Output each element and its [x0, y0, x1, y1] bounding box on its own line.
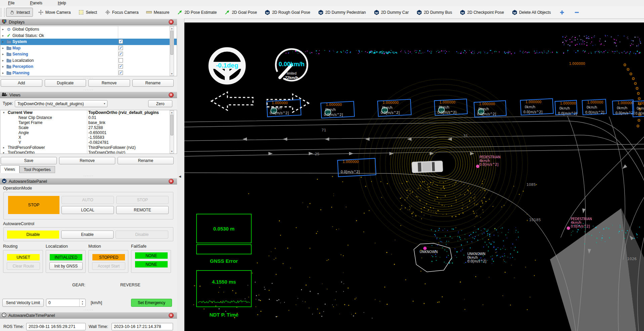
tool-move-camera[interactable]: Move Camera	[35, 8, 73, 16]
displays-rename-button[interactable]: Rename	[132, 79, 174, 87]
close-icon[interactable]: ×	[169, 179, 174, 184]
views-rename-button[interactable]: Rename	[118, 157, 174, 164]
remove-tool-button[interactable]	[571, 8, 583, 16]
displays-add-button[interactable]: Add	[1, 79, 42, 87]
remote-mode-button[interactable]: REMOTE	[116, 206, 169, 214]
displays-scrollbar[interactable]: ▲▼	[170, 26, 174, 76]
gnss-error-history-box	[196, 244, 252, 254]
tool-2d-dummy-pedestrian[interactable]: 2D Dummy Pedestrian	[315, 8, 369, 16]
tool-select[interactable]: Select	[76, 8, 99, 16]
tool-2d-checkpoint-pose[interactable]: 2D Checkpoint Pose	[457, 8, 507, 16]
steering-angle-value: -0.1deg	[206, 62, 249, 69]
expand-icon[interactable]: ▸	[0, 59, 6, 62]
view-property-scale[interactable]: Scale27.5288	[0, 125, 177, 130]
display-row-perception[interactable]: ▸Perception✓	[0, 64, 177, 70]
view-property-target-frame[interactable]: Target Framebase_link	[0, 120, 177, 125]
init-by-gnss-button[interactable]: Init by GNSS	[49, 262, 83, 270]
expand-icon[interactable]: ▸	[0, 52, 6, 56]
expand-icon[interactable]: ▸	[0, 65, 6, 68]
close-icon[interactable]: ×	[169, 313, 174, 318]
view-property-thirdpersonfollower[interactable]: ▸ThirdPersonFollowerThirdPersonFollower …	[0, 145, 177, 150]
stop-mode-button[interactable]: STOP	[8, 196, 59, 214]
accept-start-button[interactable]: Accept Start	[92, 262, 125, 270]
expand-icon[interactable]: ▸	[0, 71, 6, 75]
splitter-handle[interactable]: ······	[0, 88, 177, 91]
3d-viewport[interactable]: 1.0000000km/h0.0[m/s^2]1.0000000km/h0.0[…	[184, 23, 644, 331]
datetime-panel-header[interactable]: AutowareDateTimePanel ×	[0, 312, 177, 319]
tool-measure[interactable]: Measure	[143, 8, 172, 16]
views-panel-header[interactable]: Views ×	[0, 92, 177, 98]
tool-2d-dummy-bus[interactable]: 2D Dummy Bus	[414, 8, 455, 16]
wall-time-field[interactable]: 2023-10-16 17:21:14.378	[112, 323, 173, 330]
splitter-handle[interactable]: ······	[0, 308, 177, 312]
view-property-y[interactable]: Y-0.0824781	[0, 140, 177, 145]
close-icon[interactable]: ×	[169, 19, 174, 25]
velocity-limit-spinner[interactable]: 0 ▲▼	[46, 299, 86, 307]
views-panel-title: Views	[9, 93, 20, 97]
tool-2d-goal-pose[interactable]: 2D Goal Pose	[222, 8, 260, 16]
display-row-sensing[interactable]: ▸Sensing✓	[0, 51, 177, 57]
displays-remove-button[interactable]: Remove	[88, 79, 130, 87]
display-row-global-options[interactable]: ▸⚙Global Options	[0, 26, 177, 33]
display-row-system[interactable]: ▸System✓	[0, 39, 177, 45]
svg-text:71: 71	[321, 128, 326, 132]
svg-text:UNKNOWN: UNKNOWN	[420, 250, 438, 254]
autoware-state-panel-header[interactable]: AutowareStatePanel ×	[0, 178, 177, 184]
menu-item-help[interactable]: Help	[58, 1, 66, 5]
displays-panel-header[interactable]: Displays ×	[0, 19, 177, 25]
send-velocity-limit-button[interactable]: Send Velocity Limit	[2, 299, 44, 307]
tool-delete-all-objects[interactable]: Delete All Objects	[509, 8, 554, 16]
views-remove-button[interactable]: Remove	[59, 157, 115, 164]
stop-mode-small-button[interactable]: STOP	[116, 196, 169, 204]
tab-tool-properties[interactable]: Tool Properties	[19, 166, 55, 173]
expand-icon[interactable]: ▸	[0, 34, 6, 37]
expand-icon[interactable]: ▸	[0, 46, 6, 50]
tab-views[interactable]: Views	[0, 165, 19, 173]
displays-duplicate-button[interactable]: Duplicate	[45, 79, 86, 87]
toolbar-drag-handle[interactable]	[1, 8, 5, 17]
svg-text:0.0[m/s^2]: 0.0[m/s^2]	[523, 110, 543, 114]
control-disable-button[interactable]: Disable	[116, 231, 168, 239]
display-checkbox[interactable]: ✓	[119, 39, 123, 44]
tool-2d-rough-goal-pose[interactable]: 2D Rough Goal Pose	[262, 8, 313, 16]
view-property-topdownortho[interactable]: ▸TopDownOrthoTopDownOrtho (rviz)	[0, 150, 177, 154]
views-scrollbar[interactable]: ▲▼	[170, 110, 174, 154]
control-disable-active-button[interactable]: Disable	[7, 231, 59, 239]
close-icon[interactable]: ×	[169, 92, 174, 97]
views-save-button[interactable]: Save	[1, 157, 57, 164]
view-type-select[interactable]: TopDownOrtho (rviz_default_plugins) ▾	[15, 100, 108, 107]
expand-icon[interactable]: ▸	[0, 40, 6, 43]
tool-2d-dummy-car[interactable]: 2D Dummy Car	[371, 8, 412, 16]
display-checkbox[interactable]: ✓	[119, 64, 123, 69]
add-tool-button[interactable]	[556, 8, 568, 16]
control-enable-button[interactable]: Enable	[61, 231, 114, 239]
local-mode-button[interactable]: LOCAL	[61, 206, 114, 214]
ros-time-field[interactable]: 2023-08-11 16:55:29.271	[26, 323, 86, 330]
splitter-handle[interactable]: ······	[0, 174, 177, 177]
view-property-near-clip-distance[interactable]: Near Clip Distance0.01	[0, 115, 177, 120]
display-row-map[interactable]: ▸Map✓	[0, 45, 177, 51]
display-checkbox[interactable]	[119, 58, 123, 63]
tool-focus-camera[interactable]: Focus Camera	[102, 8, 141, 16]
display-checkbox[interactable]: ✓	[119, 52, 123, 56]
clear-route-button[interactable]: Clear Route	[7, 262, 40, 270]
zero-button[interactable]: Zero	[148, 100, 172, 107]
svg-text:0km/h: 0km/h	[478, 107, 489, 111]
menu-item-panels[interactable]: Panels	[30, 1, 42, 5]
display-checkbox[interactable]: ✓	[119, 71, 123, 75]
display-row-global-status-ok[interactable]: ▸✓Global Status: Ok	[0, 33, 177, 39]
tool-2d-pose-estimate[interactable]: 2D Pose Estimate	[174, 8, 219, 16]
collapse-panel-icon[interactable]: ◀	[179, 175, 181, 178]
view-property-x[interactable]: X-1.55583	[0, 135, 177, 140]
view-property-current-view[interactable]: ▾Current ViewTopDownOrtho (rviz_default_…	[0, 110, 177, 115]
auto-mode-button[interactable]: AUTO	[61, 196, 114, 204]
menu-item-file[interactable]: File	[8, 1, 14, 5]
display-row-planning[interactable]: ▸Planning✓	[0, 70, 177, 76]
display-row-localization[interactable]: ▸Localization	[0, 57, 177, 64]
expand-icon[interactable]: ▸	[0, 28, 6, 31]
view-property-angle[interactable]: Angle-0.650001	[0, 130, 177, 135]
set-emergency-button[interactable]: Set Emergency	[131, 299, 172, 307]
tool-interact[interactable]: Interact	[6, 8, 33, 17]
display-checkbox[interactable]: ✓	[119, 46, 123, 50]
gnss-error-label: GNSS Error	[196, 258, 252, 264]
